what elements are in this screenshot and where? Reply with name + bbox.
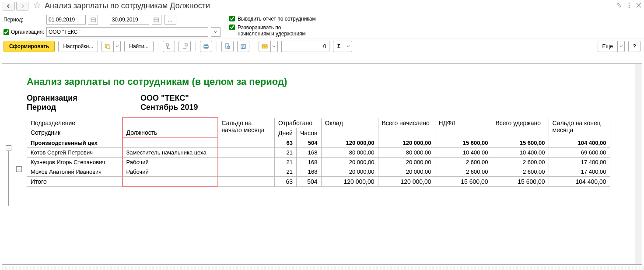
collapse-all-button[interactable] — [178, 41, 191, 52]
chevron-down-icon — [273, 45, 275, 48]
svg-rect-8 — [107, 45, 110, 49]
calendar-icon — [154, 17, 159, 22]
svg-point-2 — [629, 7, 630, 8]
separator — [195, 42, 196, 51]
copy-button[interactable] — [102, 41, 114, 52]
arrow-left-icon — [7, 4, 11, 8]
tree-line — [8, 151, 9, 206]
svg-point-1 — [629, 5, 630, 6]
tree-toggle-root[interactable]: − — [6, 145, 11, 151]
link-icon[interactable] — [616, 2, 622, 10]
table-row[interactable]: Котов Сергей ПетровичЗаместитель начальн… — [27, 147, 610, 157]
number-input[interactable] — [281, 41, 329, 52]
tree-toggle-group[interactable]: − — [16, 166, 22, 172]
print-button[interactable] — [200, 41, 212, 52]
svg-rect-3 — [91, 18, 95, 22]
report-table: Подразделение Сальдо на начало месяца От… — [27, 117, 610, 187]
meta-period-value: Сентябрь 2019 — [140, 103, 198, 112]
org-checkbox[interactable] — [4, 29, 9, 35]
org-input[interactable] — [46, 27, 208, 37]
meta-org-value: ООО "ТЕКС" — [140, 94, 189, 103]
svg-rect-9 — [166, 44, 168, 46]
col-position: Должность — [122, 128, 218, 138]
col-ndfl: НДФЛ — [435, 118, 492, 138]
table-row[interactable]: Мохов Анатолий ИвановичРабочий2116820 00… — [27, 167, 610, 176]
svg-rect-5 — [154, 18, 158, 22]
find-button[interactable]: Найти... — [124, 41, 153, 52]
generate-button[interactable]: Сформировать — [4, 41, 55, 52]
preview-button[interactable] — [221, 41, 234, 52]
calendar-icon — [91, 17, 96, 22]
arrow-right-icon — [20, 4, 24, 8]
nav-forward-button[interactable] — [16, 2, 28, 11]
sigma-button[interactable]: Σ — [333, 41, 345, 52]
svg-rect-23 — [242, 47, 244, 49]
col-balance-end: Сальдо на конец месяца — [549, 118, 610, 138]
close-icon[interactable] — [636, 3, 641, 9]
separator — [217, 42, 217, 51]
more-dropdown-button[interactable] — [618, 41, 625, 52]
period-label: Период: — [4, 17, 44, 23]
group-row[interactable]: Производственный цех 63 504 120 000,00 1… — [27, 138, 610, 147]
copy-icon — [105, 43, 111, 49]
meta-period-label: Период — [27, 103, 140, 112]
date-from-picker-button[interactable] — [88, 15, 98, 25]
collapse-tree-icon — [182, 43, 188, 49]
col-worked: Отработано — [275, 118, 322, 128]
col-hours: Часов — [297, 128, 322, 138]
col-withheld: Всего удержано — [492, 118, 549, 138]
org-label: Организация: — [11, 29, 44, 35]
chevron-down-icon — [347, 45, 350, 48]
chevron-down-icon — [214, 30, 217, 34]
settings-button[interactable]: Настройки... — [58, 41, 98, 52]
separator — [158, 42, 158, 51]
org-dropdown-button[interactable] — [211, 27, 220, 37]
copy-dropdown-button[interactable] — [114, 41, 121, 52]
help-button[interactable]: ? — [628, 41, 640, 52]
copy-split-button[interactable] — [102, 41, 121, 52]
date-range-dash: – — [102, 17, 105, 23]
save-button[interactable] — [237, 41, 249, 52]
diskette-icon — [240, 43, 246, 49]
col-salary: Оклад — [321, 118, 378, 138]
sigma-split-button[interactable]: Σ — [333, 41, 352, 52]
date-from-input[interactable] — [46, 15, 86, 25]
expand-all-button[interactable] — [163, 41, 175, 52]
magnify-page-icon — [224, 43, 231, 49]
sigma-icon: Σ — [337, 43, 340, 49]
email-split-button[interactable] — [259, 41, 278, 52]
email-dropdown-button[interactable] — [271, 41, 278, 52]
torn-edge-decoration — [0, 266, 644, 270]
nav-back-button[interactable] — [3, 2, 15, 11]
table-row[interactable]: Кузнецов Игорь СтепановичРабочий2116820 … — [27, 157, 610, 167]
separator — [254, 42, 254, 51]
print-icon — [203, 43, 209, 49]
expand-label: Разворачивать по начислениям и удержания… — [238, 25, 306, 37]
svg-point-0 — [629, 3, 630, 4]
expand-checkbox[interactable] — [229, 25, 235, 30]
col-position-top — [122, 118, 218, 128]
sigma-dropdown-button[interactable] — [345, 41, 352, 52]
svg-line-20 — [229, 48, 230, 49]
col-employee: Сотрудник — [27, 128, 122, 138]
more-vertical-icon[interactable] — [628, 2, 630, 10]
tree-line — [19, 172, 19, 197]
col-subdivision: Подразделение — [27, 118, 122, 128]
mail-icon — [262, 44, 268, 49]
by-employees-checkbox[interactable] — [229, 16, 235, 21]
favorite-star-icon[interactable] — [33, 1, 41, 11]
total-row: Итого 63 504 120 000,00 120 000,00 15 60… — [27, 176, 610, 186]
date-to-picker-button[interactable] — [152, 15, 161, 25]
by-employees-label: Выводить отчет по сотрудникам — [238, 16, 316, 22]
col-days: Дней — [275, 128, 297, 138]
more-button[interactable]: Еще — [598, 41, 618, 52]
period-ellipsis-button[interactable]: ... — [164, 15, 176, 25]
expand-tree-icon — [166, 43, 172, 49]
chevron-down-icon — [620, 45, 623, 48]
page-title: Анализ зарплаты по сотрудникам Должности — [45, 1, 616, 11]
date-to-input[interactable] — [110, 15, 149, 25]
email-button[interactable] — [259, 41, 271, 52]
col-balance-start: Сальдо на начало месяца — [218, 118, 275, 138]
svg-rect-16 — [205, 44, 207, 46]
more-split-button[interactable]: Еще — [598, 41, 625, 52]
